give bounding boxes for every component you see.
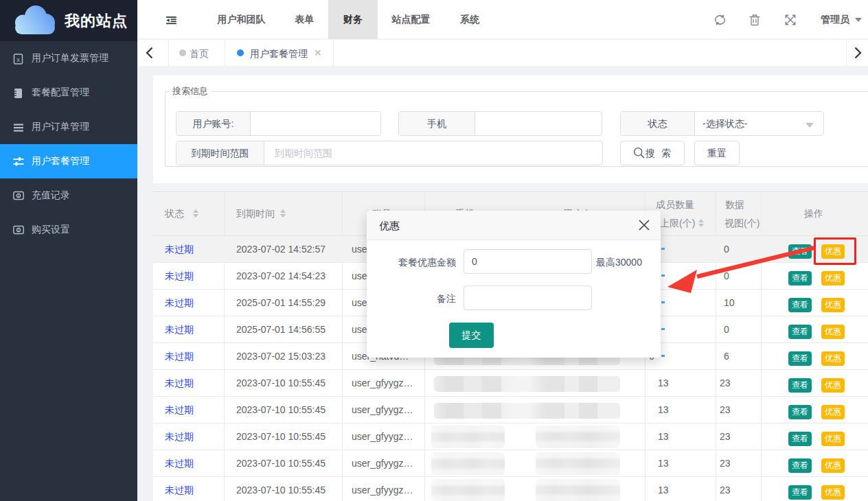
svg-text:x: x <box>16 56 20 63</box>
